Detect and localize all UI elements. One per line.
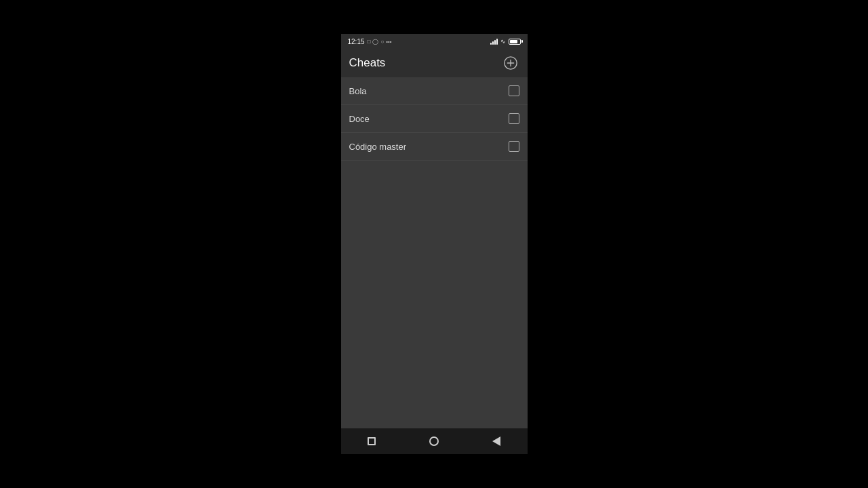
- recents-button[interactable]: [361, 431, 382, 451]
- more-icon: •••: [386, 39, 391, 45]
- cheat-checkbox-doce[interactable]: [509, 113, 519, 124]
- status-icons: □ ◯ ○ •••: [368, 39, 392, 45]
- app-header: Cheats: [341, 49, 528, 77]
- home-button[interactable]: [424, 431, 444, 451]
- signal-icon: [490, 38, 498, 45]
- status-bar-left: 12:15 □ ◯ ○ •••: [348, 38, 392, 45]
- status-time: 12:15: [348, 38, 365, 45]
- wifi-icon: ∿: [500, 38, 506, 45]
- battery-icon: [509, 39, 521, 45]
- cheat-label-doce: Doce: [349, 114, 370, 124]
- back-button[interactable]: [486, 431, 507, 451]
- phone-frame: 12:15 □ ◯ ○ ••• ∿ Cheats: [341, 34, 528, 454]
- navigation-bar: [341, 428, 528, 454]
- location-icon: ○: [380, 39, 384, 45]
- home-icon: [429, 436, 439, 446]
- list-item[interactable]: Bola: [341, 77, 528, 105]
- notification-icon: □: [368, 39, 371, 45]
- recents-icon: [368, 437, 376, 445]
- cheat-label-codigo-master: Código master: [349, 142, 407, 152]
- status-bar: 12:15 □ ◯ ○ ••• ∿: [341, 34, 528, 49]
- page-title: Cheats: [349, 56, 386, 70]
- alarm-icon: ◯: [372, 39, 378, 45]
- cheats-list: Bola Doce Código master: [341, 77, 528, 428]
- add-cheat-button[interactable]: [502, 54, 519, 72]
- cheat-checkbox-codigo-master[interactable]: [509, 141, 519, 152]
- back-icon: [492, 436, 500, 446]
- signal-bar-2: [492, 41, 494, 45]
- list-item[interactable]: Código master: [341, 133, 528, 161]
- battery-fill: [510, 40, 517, 43]
- list-item[interactable]: Doce: [341, 105, 528, 133]
- status-bar-right: ∿: [490, 38, 521, 45]
- cheat-label-bola: Bola: [349, 86, 367, 96]
- signal-bar-3: [494, 40, 496, 45]
- cheat-checkbox-bola[interactable]: [509, 85, 519, 96]
- signal-bar-1: [490, 43, 492, 45]
- add-icon: [503, 56, 518, 70]
- signal-bar-4: [496, 39, 498, 45]
